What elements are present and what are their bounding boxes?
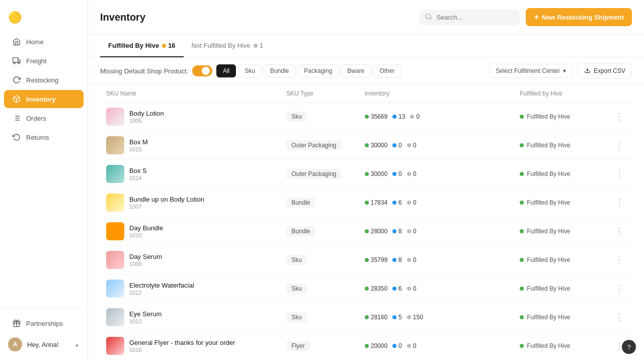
- sku-type-badge: Sku: [286, 255, 307, 265]
- return-icon: [12, 133, 21, 142]
- table-row: Eye Serum 1013 Sku 28160 5 150: [100, 303, 632, 332]
- fulfilled-label: Fulfilled By Hive: [527, 113, 570, 120]
- table-row: Bundle up on Body Lotion 1007 Bundle 178…: [100, 189, 632, 217]
- inv-blue-value: 6: [398, 199, 402, 206]
- gift-icon: [12, 319, 21, 328]
- tab-dot: [254, 44, 258, 48]
- dot-gray: [407, 287, 411, 291]
- filter-packaging[interactable]: Packaging: [297, 64, 339, 77]
- sku-type-badge: Bundle: [286, 226, 315, 236]
- inv-blue: 8: [392, 228, 402, 235]
- search-input[interactable]: [436, 14, 514, 21]
- table-row: Day Bundle 1010 Bundle 28000 8 0: [100, 217, 632, 246]
- user-profile[interactable]: A Hey, Anna! ▲: [0, 333, 88, 356]
- inv-green: 35669: [365, 113, 387, 120]
- dot-gray: [410, 115, 414, 119]
- inv-gray: 0: [407, 228, 417, 235]
- fulfilled-cell: Fulfilled By Hive: [520, 113, 601, 120]
- fulfilled-dot: [520, 315, 524, 319]
- sku-info: Box S 1014: [129, 167, 147, 181]
- inv-gray-value: 0: [416, 113, 420, 120]
- table-row: Body Lotion 1005 Sku 35669 13 0: [100, 103, 632, 131]
- fulfilled-label: Fulfilled By Hive: [527, 342, 570, 349]
- sku-cell: Electrolyte Waterfacial 1012: [106, 280, 274, 298]
- sidebar-item-label: Freight: [26, 57, 46, 65]
- dot-green: [365, 344, 369, 348]
- inv-green-value: 30000: [371, 142, 387, 149]
- fulfilled-dot: [520, 287, 524, 291]
- sidebar-item-freight[interactable]: Freight: [4, 52, 84, 70]
- inv-gray-value: 0: [413, 342, 417, 349]
- fulfilled-cell: Fulfilled By Hive: [520, 342, 601, 349]
- filter-sku[interactable]: Sku: [238, 64, 262, 77]
- more-options-button[interactable]: ⋮: [613, 138, 626, 153]
- tab-not-fulfilled[interactable]: Not Fulfilled By Hive 1: [184, 35, 271, 57]
- inv-green: 35799: [365, 256, 387, 263]
- sku-info: Eye Serum 1013: [129, 310, 162, 324]
- sidebar-item-restocking[interactable]: Restocking: [4, 71, 84, 89]
- dot-green: [365, 172, 369, 176]
- inv-green-value: 28160: [371, 314, 387, 321]
- fulfillment-select[interactable]: Select Fulfilment Center ▾: [489, 64, 573, 78]
- inventory-table-container: SKU Name SKU Type Inventory Fulfilled by…: [88, 85, 644, 362]
- inv-blue: 0: [392, 142, 402, 149]
- inv-blue: 0: [392, 170, 402, 177]
- sku-name: Box S: [129, 167, 147, 174]
- tab-label: Not Fulfilled By Hive: [192, 42, 251, 49]
- inv-gray-value: 0: [413, 228, 417, 235]
- inv-blue-value: 0: [398, 342, 402, 349]
- sidebar-item-inventory[interactable]: Inventory: [4, 90, 84, 108]
- export-csv-button[interactable]: Export CSV: [578, 63, 632, 78]
- page-title: Inventory: [100, 12, 145, 23]
- fulfilled-cell: Fulfilled By Hive: [520, 142, 601, 149]
- inv-green-value: 30000: [371, 170, 387, 177]
- inventory-table: SKU Name SKU Type Inventory Fulfilled by…: [100, 85, 632, 362]
- more-options-button[interactable]: ⋮: [613, 195, 626, 210]
- dot-gray: [407, 143, 411, 147]
- more-options-button[interactable]: ⋮: [613, 109, 626, 124]
- more-options-button[interactable]: ⋮: [613, 281, 626, 296]
- more-options-button[interactable]: ⋮: [613, 252, 626, 267]
- sidebar-item-home[interactable]: Home: [4, 33, 84, 51]
- filter-other[interactable]: Other: [373, 64, 401, 77]
- inv-green-value: 28000: [371, 228, 387, 235]
- dot-gray: [407, 344, 411, 348]
- content-area: Fulfilled By Hive 16 Not Fulfilled By Hi…: [88, 35, 644, 362]
- svg-point-13: [426, 14, 431, 18]
- more-options-button[interactable]: ⋮: [613, 310, 626, 325]
- sidebar-item-partnerships[interactable]: Partnerships: [4, 314, 84, 332]
- sidebar-item-returns[interactable]: Returns: [4, 128, 84, 146]
- search-box[interactable]: [419, 10, 520, 25]
- filter-bware[interactable]: Bware: [341, 64, 371, 77]
- dot-gray: [407, 172, 411, 176]
- dot-gray: [407, 201, 411, 205]
- sku-name: Body Lotion: [129, 110, 164, 117]
- sku-id: 1009: [129, 261, 162, 267]
- tab-fulfilled[interactable]: Fulfilled By Hive 16: [100, 35, 184, 57]
- sidebar-item-orders[interactable]: Orders: [4, 109, 84, 127]
- inv-green: 30000: [365, 142, 387, 149]
- filter-bundle[interactable]: Bundle: [264, 64, 295, 77]
- export-label: Export CSV: [594, 67, 625, 74]
- fulfilled-cell: Fulfilled By Hive: [520, 256, 601, 263]
- inv-gray: 0: [410, 113, 420, 120]
- sku-id: 1005: [129, 118, 164, 124]
- sku-info: Box M 1015: [129, 138, 148, 152]
- sku-thumbnail: [106, 136, 124, 154]
- toggle-switch[interactable]: [192, 65, 212, 76]
- sku-info: General Flyer - thanks for your order 10…: [129, 339, 235, 353]
- new-restocking-button[interactable]: + New Restocking Shipment: [526, 8, 632, 26]
- more-options-button[interactable]: ⋮: [613, 224, 626, 239]
- inv-blue-value: 0: [398, 142, 402, 149]
- box-icon: [12, 95, 21, 104]
- sku-id: 1014: [129, 175, 147, 181]
- filter-all[interactable]: All: [216, 64, 236, 77]
- sku-cell: Day Bundle 1010: [106, 222, 274, 240]
- inv-green: 28000: [365, 228, 387, 235]
- more-options-button[interactable]: ⋮: [613, 166, 626, 182]
- fulfilled-dot: [520, 201, 524, 205]
- help-button[interactable]: ?: [622, 340, 636, 354]
- sku-type-badge: Outer Packaging: [286, 169, 341, 179]
- dot-blue: [392, 315, 396, 319]
- toolbar: Missing Default Shop Product: All Sku Bu…: [88, 57, 644, 85]
